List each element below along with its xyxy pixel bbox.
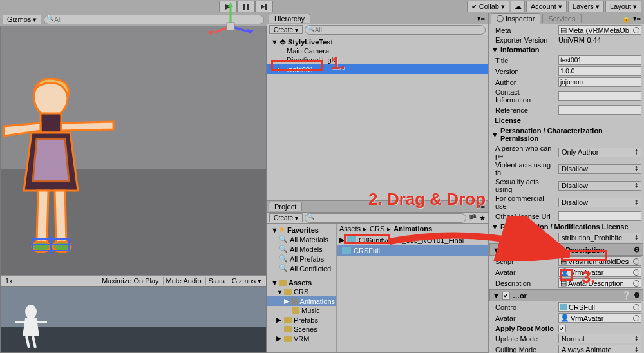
animator-component-header[interactable]: ▼✔…or❔⚙ <box>489 289 643 301</box>
object-picker-icon[interactable] <box>633 27 639 33</box>
gizmos-dropdown[interactable]: Gizmos ▾ <box>3 15 41 24</box>
controller-icon <box>342 247 351 254</box>
gear-icon[interactable]: ⚙ <box>634 291 640 300</box>
svg-rect-13 <box>41 113 61 133</box>
applyroot-label: Apply Root Motio <box>491 325 556 332</box>
meta-field[interactable]: ▤Meta (VRMMetaOb <box>558 25 641 35</box>
exporter-value: UniVRM-0.44 <box>558 36 601 44</box>
hierarchy-create-button[interactable]: Create ▾ <box>269 25 303 34</box>
hierarchy-tab[interactable]: Hierarchy <box>269 14 310 23</box>
gizmos-toggle[interactable]: Gizmos ▾ <box>229 277 264 285</box>
avatar-preview <box>1 78 129 258</box>
object-picker-icon[interactable] <box>633 315 639 321</box>
hierarchy-scene-row[interactable]: ▼⬘StylyLiveTest <box>267 37 488 46</box>
exporter-label: Exporter Version <box>491 36 556 44</box>
hierarchy-item[interactable]: Directional Light <box>267 55 488 64</box>
personation-header[interactable]: ▼Personation / Characterization Permissi… <box>489 126 643 144</box>
information-header[interactable]: ▼Information <box>489 44 643 55</box>
violent-dropdown[interactable]: Disallow <box>558 164 641 174</box>
object-picker-icon[interactable] <box>633 304 639 310</box>
object-picker-icon[interactable] <box>633 258 639 265</box>
project-tree[interactable]: ▼★Favorites 🔍All Materials 🔍All Models 🔍… <box>267 224 337 352</box>
author-field[interactable] <box>558 77 641 87</box>
person-dropdown[interactable]: Only Author <box>558 148 641 157</box>
mute-toggle[interactable]: Mute Audio <box>163 277 204 285</box>
gear-icon[interactable]: ⚙ <box>634 245 640 254</box>
avatar2-label: Avatar <box>491 314 556 322</box>
tree-folder[interactable]: ▼CRS <box>267 287 336 296</box>
game-view[interactable] <box>0 287 267 353</box>
favorite-item[interactable]: 🔍All Models <box>267 244 336 254</box>
reference-field[interactable] <box>558 105 641 115</box>
cloud-icon: ☁ <box>515 3 522 11</box>
unity-icon: ⬘ <box>280 37 285 46</box>
project-tab[interactable]: Project <box>269 202 302 211</box>
favorite-item[interactable]: 🔍All Materials <box>267 234 336 244</box>
svg-rect-11 <box>227 23 234 30</box>
hierarchy-item-selected[interactable]: ▸vroid001 <box>267 64 488 74</box>
tree-folder[interactable]: Scenes <box>267 325 336 334</box>
object-picker-icon[interactable] <box>633 280 639 287</box>
inspector-tabbar: ⓘ Inspector Services 🔒 ▾≡ <box>489 13 644 24</box>
desc-field[interactable]: ▤AvatarDescription <box>558 278 641 288</box>
otherurl-field[interactable] <box>558 211 641 221</box>
controller-icon <box>347 236 356 244</box>
inspector-tab[interactable]: ⓘ Inspector <box>491 13 540 24</box>
hierarchy-search[interactable] <box>305 25 486 35</box>
panel-menu-icon[interactable]: 🔒 ▾≡ <box>619 14 644 23</box>
annotation-arrow <box>383 216 570 261</box>
object-picker-icon[interactable] <box>633 269 639 276</box>
commercial-label: For commercial use <box>491 195 556 210</box>
sexual-label: Sexuality acts using <box>491 178 556 193</box>
favorite-item[interactable]: 🔍All Prefabs <box>267 254 336 263</box>
tree-folder[interactable]: ▶VRM <box>267 334 336 343</box>
commercial-dropdown[interactable]: Disallow <box>558 198 641 207</box>
component-enable-checkbox[interactable]: ✔ <box>502 292 510 300</box>
title-field[interactable] <box>558 55 641 65</box>
layers-button[interactable]: Layers ▾ <box>568 1 604 12</box>
avatar-field[interactable]: 👤VrmAvatar <box>558 267 641 277</box>
sexual-dropdown[interactable]: Disallow <box>558 181 641 191</box>
culling-dropdown[interactable]: Always Animate <box>558 345 641 353</box>
scene-statusbar: 1x Maximize On Play Mute Audio Stats Giz… <box>1 275 266 286</box>
culling-label: Culling Mode <box>491 346 556 354</box>
version-field[interactable] <box>558 66 641 76</box>
asset-icon: ▤ <box>560 26 567 34</box>
cloud-button[interactable]: ☁ <box>511 1 525 12</box>
tree-folder-selected[interactable]: ▶Animations <box>267 296 336 306</box>
panel-menu-icon[interactable]: ▾≡ <box>474 14 488 23</box>
account-button[interactable]: Account ▾ <box>526 1 567 12</box>
avatar-icon: 👤 <box>560 314 569 322</box>
contact-field[interactable] <box>558 91 641 101</box>
avatar2-field[interactable]: 👤VrmAvatar <box>558 313 641 323</box>
controller-field[interactable]: CRSFull <box>558 302 641 312</box>
updatemode-dropdown[interactable]: Normal <box>558 334 641 343</box>
tree-folder[interactable]: Music <box>267 306 336 315</box>
scene-gizmo[interactable] <box>205 1 256 52</box>
collab-button[interactable]: ✔Collab ▾ <box>467 1 509 12</box>
inspector-body[interactable]: Meta▤Meta (VRMMetaOb Exporter VersionUni… <box>489 24 644 353</box>
hierarchy-item[interactable]: Main Camera <box>267 46 488 55</box>
assets-header[interactable]: ▼Assets <box>267 278 336 287</box>
project-create-button[interactable]: Create ▾ <box>269 213 303 222</box>
help-icon[interactable]: ❔ <box>622 291 631 300</box>
maximize-toggle[interactable]: Maximize On Play <box>99 277 162 285</box>
zoom-level: 1x <box>3 277 15 285</box>
tree-folder[interactable]: ▶Prefabs <box>267 315 336 325</box>
hierarchy-body[interactable]: ▼⬘StylyLiveTest Main Camera Directional … <box>267 35 488 201</box>
check-icon: ✔ <box>471 3 477 11</box>
services-tab[interactable]: Services <box>542 14 581 23</box>
stats-toggle[interactable]: Stats <box>205 277 227 285</box>
svg-marker-8 <box>228 2 233 7</box>
svg-point-19 <box>25 305 37 319</box>
favorite-item[interactable]: 🔍All Conflicted <box>267 263 336 273</box>
scene-view[interactable]: 1x Maximize On Play Mute Audio Stats Giz… <box>0 26 267 287</box>
applyroot-checkbox[interactable]: ✔ <box>558 325 566 332</box>
svg-marker-3 <box>261 4 265 10</box>
main-toolbar: ✔Collab ▾ ☁ Account ▾ Layers ▾ Layout ▾ <box>0 0 644 13</box>
step-button[interactable] <box>255 1 273 12</box>
layout-button[interactable]: Layout ▾ <box>605 1 641 12</box>
annotation-text-1: 1. <box>331 53 345 73</box>
redist-dropdown[interactable]: stribution_Prohibite <box>558 233 641 242</box>
favorites-header[interactable]: ▼★Favorites <box>267 225 336 234</box>
